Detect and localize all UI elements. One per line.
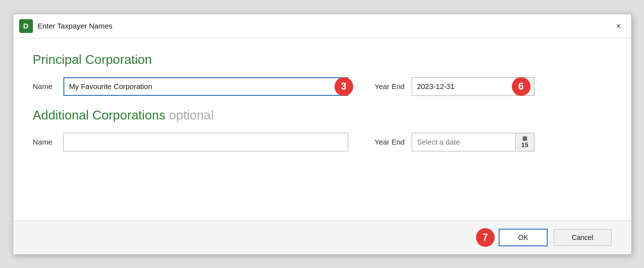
principal-name-label: Name: [33, 82, 56, 90]
principal-year-end-label: Year End: [375, 82, 405, 90]
additional-name-group: Name: [33, 133, 348, 151]
badge-7: 7: [476, 228, 495, 247]
additional-calendar-day-number: 15: [521, 142, 528, 148]
additional-name-input[interactable]: [63, 133, 348, 151]
principal-form-row: Name ✕ 3 Year End: [33, 77, 612, 96]
calendar-icon: ▦: [522, 80, 527, 86]
dialog-body: Principal Corporation Name ✕ 3 Year E: [13, 38, 631, 220]
additional-name-label: Name: [33, 138, 56, 146]
principal-section-title: Principal Corporation: [33, 52, 612, 67]
ok-button-wrapper: 7 OK: [499, 229, 548, 246]
additional-calendar-icon: ▦: [522, 136, 527, 141]
additional-date-input-wrapper: ▦ 15: [412, 133, 534, 151]
calendar-day-number: 15: [521, 86, 528, 92]
additional-section: Additional Corporations optional Name Ye…: [33, 108, 612, 151]
principal-name-input-wrapper: ✕ 3: [63, 77, 348, 96]
cancel-button[interactable]: Cancel: [554, 229, 612, 246]
additional-form-row: Name Year End ▦ 15: [33, 133, 612, 151]
close-button[interactable]: ×: [613, 21, 624, 31]
additional-year-end-input[interactable]: [412, 133, 515, 151]
enter-taxpayer-names-dialog: D Enter Taxpayer Names × Principal Corpo…: [13, 14, 632, 255]
additional-year-end-label: Year End: [375, 138, 405, 146]
title-bar: D Enter Taxpayer Names ×: [13, 14, 631, 38]
clear-name-button[interactable]: ✕: [336, 83, 344, 90]
additional-title-optional: optional: [169, 108, 214, 122]
principal-year-end-input[interactable]: [412, 78, 515, 95]
name-input-container: ✕: [63, 77, 348, 96]
principal-name-input[interactable]: [63, 77, 348, 96]
principal-name-group: Name ✕ 3: [33, 77, 348, 96]
title-bar-left: D Enter Taxpayer Names: [19, 19, 112, 33]
principal-calendar-button[interactable]: ▦ 15: [515, 78, 534, 95]
additional-year-end-group: Year End ▦ 15: [375, 133, 534, 151]
dialog-footer: 7 OK Cancel: [13, 220, 631, 254]
additional-calendar-button[interactable]: ▦ 15: [515, 133, 534, 151]
additional-title-green: Additional Corporations: [33, 108, 166, 122]
principal-section: Principal Corporation Name ✕ 3 Year E: [33, 52, 612, 96]
principal-year-end-group: Year End ▦ 15 6: [375, 77, 534, 96]
principal-date-input-wrapper: ▦ 15: [412, 77, 534, 96]
app-icon: D: [19, 19, 33, 33]
ok-button[interactable]: OK: [499, 229, 548, 246]
dialog-title: Enter Taxpayer Names: [38, 22, 112, 30]
additional-section-title: Additional Corporations optional: [33, 108, 612, 123]
